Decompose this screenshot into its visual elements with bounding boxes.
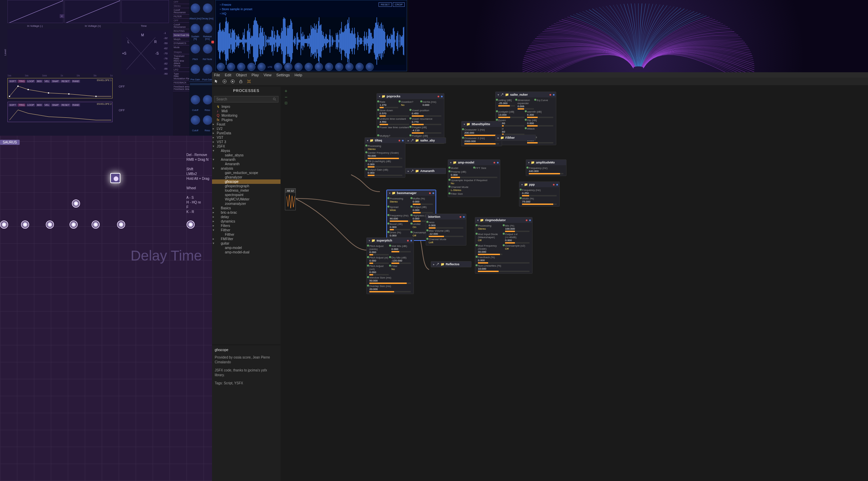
hq-option[interactable]: ▫ HQ (220, 12, 252, 15)
tree-item[interactable]: ▸Filters (212, 224, 281, 228)
external-icon[interactable] (436, 263, 439, 266)
pregain-knob[interactable] (191, 64, 200, 74)
env-trig[interactable]: TRIG (18, 80, 25, 83)
tree-item[interactable]: ▸dynamics (212, 219, 281, 224)
env2-vel[interactable]: VEL (44, 103, 50, 107)
crop-button[interactable]: CROP (393, 2, 405, 7)
lr-panel[interactable]: L R M +S -S -1 -32 -50 -62 -70 -76 -82 -… (121, 31, 169, 75)
reso-knob-2[interactable] (203, 115, 212, 125)
menu-settings[interactable]: Settings (276, 73, 290, 77)
postgain-knob[interactable] (203, 64, 212, 74)
cutoff-knob-1[interactable] (191, 95, 200, 104)
mini-knob[interactable] (355, 63, 364, 71)
store-option[interactable]: ▫ Store sample in preset (220, 7, 252, 11)
env2-bidi[interactable]: BIDI (36, 103, 43, 107)
mini-knob[interactable] (257, 63, 266, 71)
collapse-icon[interactable]: ▾ (367, 139, 368, 142)
tree-item[interactable]: ♪Midi (212, 109, 281, 113)
env-bidi[interactable]: BIDI (36, 80, 43, 83)
node-3bandsplitter[interactable]: ▾ 📁 3BandSplitte Crossover 1 (Hz)200.000… (461, 121, 502, 146)
tree-item[interactable]: gfxscope (212, 179, 281, 184)
mini-knob[interactable] (284, 63, 292, 71)
synth-graph-1[interactable] (7, 0, 63, 23)
env-rand[interactable]: RAND (72, 80, 80, 83)
level-graph[interactable]: 1ss 1ss 1sss 1s 1ts 1ts 1s (7, 29, 113, 73)
graph-canvas[interactable]: + − ⊡ All 12 ▾ 📁 poprocks (282, 86, 868, 481)
freeze-option[interactable]: ▫ Freeze (220, 3, 252, 6)
mini-knob[interactable] (305, 63, 313, 71)
tree-item[interactable]: ▾guitar (212, 241, 281, 246)
node-distortion[interactable]: istortion ness0.000Max Volume (dB)-12.00… (426, 214, 466, 246)
tree-item[interactable]: ▾Filther (212, 228, 281, 232)
saurus-node[interactable] (72, 199, 80, 208)
sustain-knob[interactable] (191, 24, 200, 33)
collapse-icon[interactable]: ▸ (408, 139, 409, 142)
reso-knob-1[interactable] (203, 95, 212, 104)
env-vel[interactable]: VEL (44, 80, 50, 83)
search-input[interactable] (216, 97, 267, 101)
node-poprocks[interactable]: ▾ 📁 poprocks Rate1.270Vowelize?NoInertia… (377, 93, 444, 144)
tree-item[interactable]: ▸VST 3 (212, 140, 281, 144)
node-filther[interactable]: ▸ 📁 Filther (495, 135, 536, 141)
mini-knob[interactable] (247, 63, 255, 71)
mini-knob[interactable] (325, 63, 333, 71)
menu-edit[interactable]: Edit (225, 73, 231, 77)
collapse-icon[interactable]: ▸ (408, 170, 409, 173)
synth-graph-2[interactable] (64, 0, 120, 23)
node-ppp[interactable]: ▾ 📁 ppp Frequency (Hz)0.250Width (%)75.0… (519, 181, 560, 207)
menu-view[interactable]: View (264, 73, 272, 77)
node-superpitch[interactable]: ▾ 📁 superpitch Pitch Adjust (cents)0.000… (366, 237, 414, 294)
env-reset[interactable]: RESET (60, 80, 70, 83)
mini-knob[interactable] (294, 63, 303, 71)
saurus-node[interactable] (46, 220, 54, 229)
zoom-in-button[interactable]: + (284, 89, 288, 93)
play-icon[interactable] (230, 79, 235, 84)
tree-item[interactable]: ▾analysis (212, 166, 281, 171)
target-icon[interactable] (247, 79, 251, 84)
menu-file[interactable]: File (214, 73, 220, 77)
saurus-node[interactable] (187, 220, 195, 229)
tree-item[interactable]: gain_reduction_scope (212, 171, 281, 175)
env2-reset[interactable]: RESET (60, 103, 70, 107)
saurus-node[interactable] (92, 220, 100, 229)
node-amplitudemod[interactable]: ▾ 📁 amplitudeMo Frequency (Hz)440.000 (526, 159, 566, 176)
tree-item[interactable]: fxPlugins (212, 118, 281, 122)
tree-item[interactable]: WigMCVUMeter (212, 197, 281, 201)
envelope-2[interactable]: SOFT TRIG LOOP BIDI VEL SNAP RESET RAND … (7, 102, 113, 122)
env-loop[interactable]: LOOP (26, 80, 35, 83)
collapse-icon[interactable]: ▸ (498, 136, 499, 139)
synth-graph-3[interactable] (121, 0, 169, 23)
collapse-icon[interactable]: ▸ (433, 263, 435, 266)
node-amaranth[interactable]: ▸ 📁 Amaranth (405, 168, 446, 174)
collapse-icon[interactable]: ▾ (528, 161, 529, 164)
tree-item[interactable]: ↯Impro (212, 104, 281, 109)
tree-item[interactable]: ▸PureData (212, 131, 281, 135)
tree-item[interactable]: Amaranth (212, 162, 281, 166)
env2-trig[interactable]: TRIG (18, 103, 25, 107)
all12-node[interactable]: All 12 (285, 188, 296, 210)
tree-item[interactable]: ▸Faust (212, 122, 281, 127)
tree-item[interactable]: zoomanalyzer (212, 201, 281, 206)
tree-item[interactable]: amp-model-dual (212, 250, 281, 254)
saurus-panel[interactable]: SAURUS Del - Remove RMB + Drag N Shift L… (0, 136, 212, 481)
collapse-icon[interactable]: ▾ (450, 161, 451, 164)
tree-item[interactable]: loudness_meter (212, 188, 281, 193)
collapse-button[interactable]: < (60, 14, 64, 18)
collapse-icon[interactable]: ▾ (379, 95, 380, 98)
refnote-knob[interactable] (203, 44, 212, 54)
collapse-icon[interactable]: ▾ (389, 192, 390, 195)
tree-item[interactable]: ▸Basics (212, 206, 281, 210)
menu-object[interactable]: Object (236, 73, 247, 77)
pointer-icon[interactable] (214, 79, 219, 84)
saurus-node[interactable] (117, 220, 125, 229)
node-amp-model[interactable]: ▾ 📁 amp-model ModelFFT SizePreamp (dB)0.… (448, 159, 500, 197)
collapse-icon[interactable]: ▾ (369, 239, 370, 242)
zoom-fit-button[interactable]: ⊡ (284, 101, 288, 105)
saurus-node[interactable] (21, 220, 29, 229)
mini-knob[interactable] (366, 63, 374, 71)
external-icon[interactable] (410, 169, 414, 173)
tree-item[interactable]: ▸bric-a-brac (212, 210, 281, 215)
tree-item[interactable]: ▾JSFX (212, 144, 281, 149)
tree-item[interactable]: QMonitoring (212, 113, 281, 118)
env-soft[interactable]: SOFT (8, 80, 17, 83)
